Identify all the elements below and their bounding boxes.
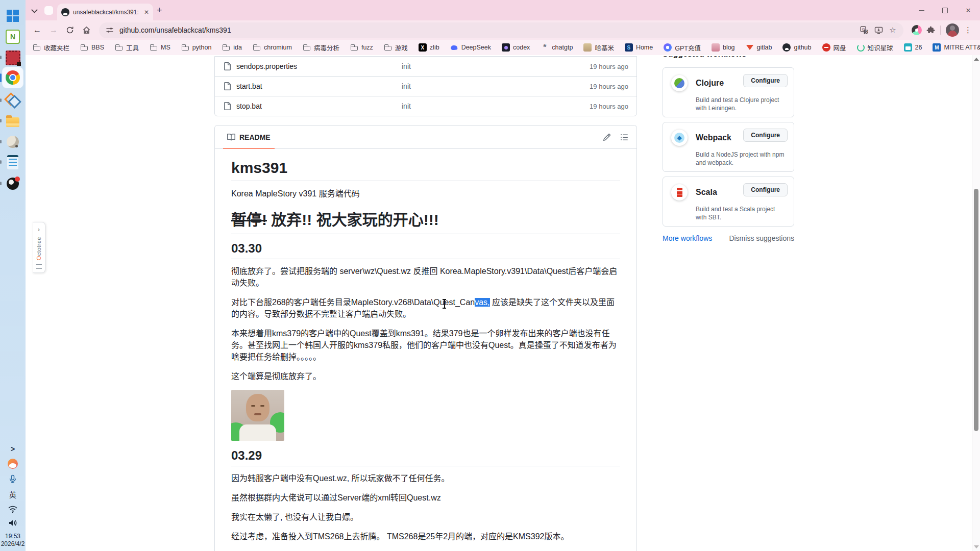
bookmark-item[interactable]: python (181, 43, 212, 52)
meme-photo[interactable] (231, 390, 284, 441)
bookmark-item[interactable]: DeepSeek (450, 43, 491, 52)
pinned-blank-tab[interactable] (44, 6, 53, 15)
back-button[interactable]: ← (30, 22, 45, 38)
bookmark-item[interactable]: fuzz (350, 43, 373, 52)
more-workflows-link[interactable]: More workflows (663, 234, 712, 242)
bookmark-favicon (253, 43, 261, 52)
bookmark-favicon (150, 43, 158, 52)
commit-message[interactable]: init (402, 102, 590, 110)
bookmark-favicon (33, 43, 41, 52)
file-name[interactable]: sendops.properties (236, 62, 297, 70)
address-bar[interactable]: github.com/unsafeblackcat/kms391 G 文 (99, 22, 903, 38)
bookmark-item[interactable]: ida (222, 43, 242, 52)
bookmark-label: chromium (264, 44, 292, 51)
taskbar-item-red-tool[interactable] (3, 47, 23, 68)
bookmark-item[interactable]: GPT充值 (664, 43, 701, 53)
bookmark-item[interactable]: 游戏 (384, 43, 408, 53)
profile-avatar[interactable] (946, 23, 959, 37)
file-name[interactable]: start.bat (236, 82, 262, 90)
announcement-heading: 暂停! 放弃!! 祝大家玩的开心!!! (231, 207, 620, 234)
install-app-icon[interactable] (874, 26, 883, 35)
bookmark-item[interactable]: github (782, 43, 811, 52)
tab-search-chevron-icon[interactable] (32, 7, 37, 12)
commit-message[interactable]: init (402, 62, 590, 70)
wifi-icon[interactable] (8, 505, 18, 513)
configure-button[interactable]: Configure (743, 74, 788, 87)
page-scrollbar[interactable] (972, 55, 980, 551)
forward-button[interactable]: → (46, 22, 61, 38)
site-settings-icon[interactable] (105, 26, 114, 35)
file-name-cell[interactable]: sendops.properties (223, 62, 402, 70)
bookmark-item[interactable]: zlib (419, 43, 439, 52)
translate-icon[interactable]: G 文 (860, 26, 869, 35)
octotree-sidebar-handle[interactable]: › Octotree (33, 222, 45, 273)
bookmark-item[interactable]: chatgtp (541, 43, 573, 52)
browser-menu-icon[interactable]: ⋮ (964, 26, 972, 35)
bookmark-item[interactable]: MITRE ATT&CK (933, 43, 980, 52)
bookmark-item[interactable]: MS (150, 43, 170, 52)
workflow-card: Clojure Configure Build and test a Cloju… (663, 67, 794, 117)
tray-date: 2026/4/2 (1, 540, 25, 548)
dismiss-suggestions-link[interactable]: Dismiss suggestions (729, 234, 794, 242)
taskbar-item-explorer[interactable] (3, 111, 23, 131)
bookmark-item[interactable]: 26 (904, 43, 922, 52)
file-name[interactable]: stop.bat (236, 102, 262, 110)
configure-button[interactable]: Configure (743, 183, 788, 196)
file-name-cell[interactable]: start.bat (223, 82, 402, 90)
clock[interactable]: 19:53 2026/4/2 (1, 533, 25, 548)
bookmark-item[interactable]: 哈基米 (583, 43, 614, 53)
bookmark-item[interactable]: 工具 (115, 43, 139, 53)
bookmark-item[interactable]: codex (502, 43, 530, 52)
taskbar-item-gray-app[interactable] (3, 132, 23, 152)
url-text[interactable]: github.com/unsafeblackcat/kms391 (119, 26, 854, 34)
edit-readme-pencil-icon[interactable] (603, 133, 611, 141)
bookmark-item[interactable]: 收藏夹栏 (33, 43, 69, 53)
bookmark-item[interactable]: BBS (80, 43, 104, 52)
scrollbar-thumb[interactable] (974, 189, 978, 431)
start-button[interactable] (3, 6, 23, 26)
configure-button[interactable]: Configure (743, 129, 788, 142)
browser-tab[interactable]: unsafeblackcat/kms391: Kore ✕ (57, 4, 153, 20)
outline-list-icon[interactable] (620, 133, 628, 141)
file-name-cell[interactable]: stop.bat (223, 102, 402, 110)
tab-close-icon[interactable]: ✕ (144, 9, 149, 16)
taskbar-item-chrome[interactable] (3, 67, 23, 88)
commit-message[interactable]: init (402, 82, 590, 90)
commit-age: 19 hours ago (590, 83, 628, 90)
taskbar-item-notepadpp[interactable]: N (3, 27, 23, 47)
bookmark-item[interactable]: Home (625, 43, 653, 52)
bookmark-item[interactable]: blog (712, 43, 735, 52)
bookmark-star-icon[interactable]: ☆ (888, 26, 897, 35)
bookmark-item[interactable]: 知识星球 (857, 43, 893, 53)
scroll-up-arrow-icon[interactable] (974, 58, 979, 61)
maximize-button[interactable] (933, 0, 957, 20)
bookmark-item[interactable]: gitlab (746, 43, 772, 52)
tray-cat-app-icon[interactable] (8, 459, 18, 469)
microphone-icon[interactable] (8, 474, 17, 484)
tray-expand-chevron-icon[interactable]: > (11, 445, 15, 453)
new-tab-button[interactable]: + (157, 5, 162, 16)
tab-readme[interactable]: README (223, 126, 275, 148)
bookmark-item[interactable]: chromium (253, 43, 292, 52)
commit-age: 19 hours ago (590, 63, 628, 70)
octotree-chevron-icon[interactable]: › (38, 226, 40, 233)
table-row[interactable]: start.bat init 19 hours ago (215, 76, 636, 96)
ime-indicator[interactable]: 英 (9, 489, 16, 499)
table-row[interactable]: stop.bat init 19 hours ago (215, 96, 636, 116)
taskbar-item-notes[interactable] (3, 152, 23, 172)
bookmark-item[interactable]: 病毒分析 (303, 43, 339, 53)
extension-music-icon[interactable] (912, 25, 922, 35)
taskbar-item-obs[interactable] (3, 173, 23, 194)
taskbar-item-vmware[interactable] (3, 90, 23, 111)
minimize-button[interactable] (910, 0, 933, 20)
reload-button[interactable] (62, 22, 78, 38)
home-button[interactable] (79, 22, 94, 38)
octotree-menu-icon[interactable] (36, 264, 42, 269)
table-row[interactable]: sendops.properties init 19 hours ago (215, 57, 636, 76)
close-button[interactable]: ✕ (957, 0, 980, 20)
section-heading-0330: 03.30 (231, 241, 620, 259)
scroll-down-arrow-icon[interactable] (974, 545, 979, 548)
bookmark-item[interactable]: 网盘 (822, 43, 846, 53)
speaker-icon[interactable] (8, 519, 18, 527)
extensions-puzzle-icon[interactable] (926, 26, 935, 35)
